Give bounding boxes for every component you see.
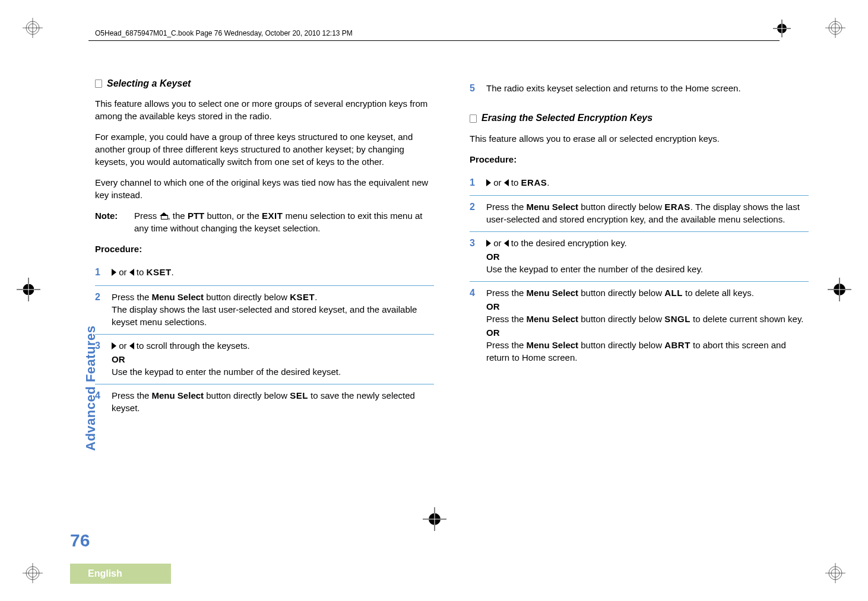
- paragraph: This feature allows you to erase all or …: [470, 132, 809, 145]
- or-label: OR: [486, 250, 809, 263]
- section-heading: Selecting a Keyset: [95, 77, 434, 90]
- note-label: Note:: [95, 209, 125, 234]
- right-arrow-icon: [486, 240, 491, 247]
- registration-mark-icon: [23, 18, 43, 38]
- left-column: Selecting a Keyset This feature allows y…: [95, 77, 434, 420]
- sidebar: Advanced Features: [77, 311, 95, 454]
- header-divider: [88, 40, 780, 41]
- step-number: 1: [95, 266, 103, 279]
- document-icon: [95, 80, 102, 88]
- step-body: or to KSET.: [112, 266, 434, 279]
- language-label: English: [88, 567, 122, 580]
- running-header: O5Head_6875947M01_C.book Page 76 Wednesd…: [95, 28, 353, 39]
- note-body: Press , the PTT button, or the EXIT menu…: [134, 209, 434, 234]
- step: 5 The radio exits keyset selection and r…: [470, 77, 809, 101]
- step: 1 or to KSET.: [95, 261, 434, 285]
- right-arrow-icon: [112, 342, 116, 349]
- right-column: 5 The radio exits keyset selection and r…: [470, 77, 809, 420]
- registration-mark-icon: [23, 563, 43, 583]
- paragraph: This feature allows you to select one or…: [95, 97, 434, 122]
- section-heading: Erasing the Selected Encryption Keys: [470, 112, 809, 125]
- left-arrow-icon: [129, 342, 134, 349]
- procedure-label: Procedure:: [95, 243, 434, 255]
- or-label: OR: [486, 300, 809, 313]
- left-arrow-icon: [504, 240, 509, 247]
- step-number: 3: [470, 237, 478, 275]
- registration-mark-icon: [825, 563, 845, 583]
- step-body: or to the desired encryption key. OR Use…: [486, 237, 809, 275]
- heading-text: Selecting a Keyset: [107, 77, 191, 90]
- procedure-steps-continued: 5 The radio exits keyset selection and r…: [470, 77, 809, 101]
- step: 2 Press the Menu Select button directly …: [470, 196, 809, 232]
- right-arrow-icon: [486, 179, 491, 186]
- step: 1 or to ERAS.: [470, 171, 809, 196]
- right-arrow-icon: [112, 269, 116, 276]
- home-icon: [160, 212, 168, 220]
- or-label: OR: [112, 353, 434, 365]
- note-block: Note: Press , the PTT button, or the EXI…: [95, 209, 434, 234]
- step: 3 or to the desired encryption key. OR U…: [470, 232, 809, 282]
- step-number: 5: [470, 82, 478, 95]
- step-body: Press the Menu Select button directly be…: [112, 389, 434, 414]
- registration-mark-icon: [825, 18, 845, 38]
- or-label: OR: [486, 326, 809, 339]
- step-body: or to ERAS.: [486, 176, 809, 189]
- left-arrow-icon: [504, 179, 509, 186]
- step: 4 Press the Menu Select button directly …: [470, 282, 809, 370]
- document-icon: [470, 115, 477, 123]
- step-number: 2: [95, 291, 103, 328]
- step-body: Press the Menu Select button directly be…: [486, 201, 809, 225]
- left-arrow-icon: [129, 269, 134, 276]
- step-number: 4: [470, 287, 478, 364]
- paragraph: Every channel to which one of the origin…: [95, 176, 434, 201]
- paragraph: For example, you could have a group of t…: [95, 131, 434, 168]
- step-number: 1: [470, 176, 478, 189]
- step-body: Press the Menu Select button directly be…: [112, 291, 434, 328]
- step-body: or to scroll through the keysets. OR Use…: [112, 339, 434, 378]
- step-number: 2: [470, 201, 478, 225]
- procedure-steps: 1 or to KSET. 2 Press the Menu Select bu…: [95, 261, 434, 419]
- step-body: Press the Menu Select button directly be…: [486, 287, 809, 364]
- crosshair-mark-icon: [773, 20, 791, 37]
- procedure-label: Procedure:: [470, 153, 809, 166]
- page-number: 76: [70, 528, 90, 553]
- step: 2 Press the Menu Select button directly …: [95, 286, 434, 335]
- procedure-steps: 1 or to ERAS. 2 Press the Menu Select bu…: [470, 171, 809, 370]
- language-bar: English: [70, 564, 171, 584]
- step-body: The radio exits keyset selection and ret…: [486, 82, 809, 95]
- step: 3 or to scroll through the keysets. OR U…: [95, 335, 434, 384]
- step: 4 Press the Menu Select button directly …: [95, 384, 434, 420]
- heading-text: Erasing the Selected Encryption Keys: [481, 112, 652, 125]
- sidebar-label: Advanced Features: [82, 326, 100, 451]
